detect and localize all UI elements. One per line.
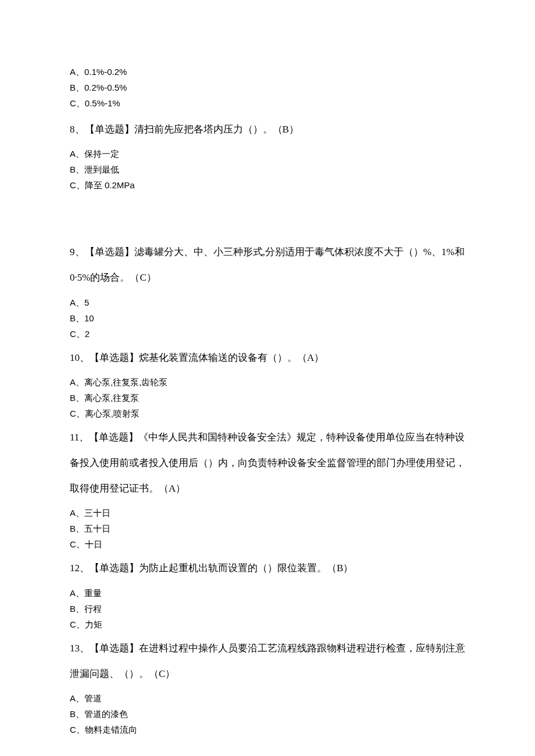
option-a: A、离心泵,往复泵,齿轮泵 xyxy=(70,374,465,390)
option-b: B、离心泵,往复泵 xyxy=(70,390,465,406)
option-c: C、物料走错流向 xyxy=(70,722,465,737)
option-c: C、力矩 xyxy=(70,617,465,632)
document-page: A、0.1%-0.2% B、0.2%-0.5% C、0.5%-1% 8、【单选题… xyxy=(0,0,535,756)
option-c: C、2 xyxy=(70,326,465,342)
question-8: 8、【单选题】清扫前先应把各塔内压力（）。（B） xyxy=(70,117,465,142)
option-b: B、泄到最低 xyxy=(70,162,465,177)
option-b: B、10 xyxy=(70,310,465,326)
option-c: C、十日 xyxy=(70,536,465,552)
question-11: 11、【单选题】《中华人民共和国特种设备安全法》规定，特种设备使用单位应当在特种… xyxy=(70,425,465,502)
spacer xyxy=(70,193,465,234)
question-12: 12、【单选题】为防止起重机出轨而设置的（）限位装置。（B） xyxy=(70,556,465,581)
option-b: B、五十日 xyxy=(70,521,465,536)
option-a: A、重量 xyxy=(70,585,465,601)
option-a: A、保持一定 xyxy=(70,146,465,162)
question-13: 13、【单选题】在进料过程中操作人员要沿工艺流程线路跟物料进程进行检查，应特别注… xyxy=(70,636,465,687)
option-b: B、0.2%-0.5% xyxy=(70,80,465,95)
option-b: B、管道的漆色 xyxy=(70,706,465,722)
option-b: B、行程 xyxy=(70,601,465,617)
option-c: C、离心泵,喷射泵 xyxy=(70,406,465,421)
option-c: C、0.5%-1% xyxy=(70,95,465,111)
option-a: A、5 xyxy=(70,295,465,310)
option-a: A、三十日 xyxy=(70,505,465,521)
option-a: A、管道 xyxy=(70,690,465,706)
option-a: A、0.1%-0.2% xyxy=(70,64,465,80)
option-c: C、降至 0.2MPa xyxy=(70,177,465,193)
question-9: 9、【单选题】滤毒罐分大、中、小三种形式,分别适用于毒气体积浓度不大于（）%、1… xyxy=(70,239,465,291)
question-10: 10、【单选题】烷基化装置流体输送的设备有（）。（A） xyxy=(70,345,465,371)
